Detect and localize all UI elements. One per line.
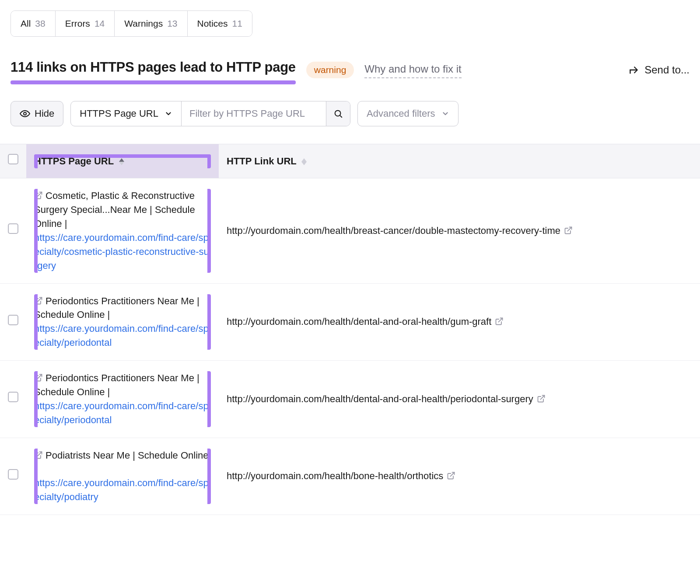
page-title: Cosmetic, Plastic & Reconstructive Surge… <box>34 190 195 229</box>
select-all-header <box>0 144 26 178</box>
highlight-border <box>207 189 211 272</box>
row-checkbox[interactable] <box>8 392 18 402</box>
external-link-icon[interactable] <box>564 225 573 236</box>
external-link-icon[interactable] <box>495 316 504 327</box>
highlight-border <box>207 294 211 350</box>
sort-icon <box>119 158 124 165</box>
send-to-label: Send to... <box>644 63 690 78</box>
https-page-cell: Periodontics Practitioners Near Me | Sch… <box>26 361 219 438</box>
svg-marker-6 <box>301 162 307 165</box>
external-link-icon[interactable] <box>537 393 546 404</box>
tab-label: All <box>21 17 31 30</box>
svg-line-7 <box>38 192 42 196</box>
search-group: HTTPS Page URL <box>70 101 350 126</box>
svg-marker-5 <box>301 158 307 162</box>
tab-errors[interactable]: Errors 14 <box>56 11 115 36</box>
https-page-cell: Periodontics Practitioners Near Me | Sch… <box>26 283 219 361</box>
highlight-border <box>34 154 38 168</box>
tab-label: Errors <box>65 17 90 30</box>
svg-line-8 <box>567 227 571 231</box>
tab-all[interactable]: All 38 <box>11 11 56 36</box>
svg-line-11 <box>38 375 42 379</box>
issue-header: 114 links on HTTPS pages lead to HTTP pa… <box>10 58 690 82</box>
search-button[interactable] <box>326 101 350 126</box>
advanced-filters-button[interactable]: Advanced filters <box>357 101 458 126</box>
svg-line-13 <box>38 452 42 456</box>
highlight-border <box>34 449 38 504</box>
svg-line-10 <box>499 318 503 322</box>
highlight-border <box>207 371 211 427</box>
page-title: Periodontics Practitioners Near Me | Sch… <box>34 296 200 320</box>
send-to-button[interactable]: Send to... <box>628 63 690 78</box>
http-url-text: http://yourdomain.com/health/dental-and-… <box>227 316 491 327</box>
hide-label: Hide <box>35 107 54 121</box>
highlight-border <box>34 371 38 427</box>
column-http-header[interactable]: HTTP Link URL <box>219 144 700 178</box>
table-row: Cosmetic, Plastic & Reconstructive Surge… <box>0 178 700 283</box>
http-link-cell: http://yourdomain.com/health/dental-and-… <box>219 283 700 361</box>
advanced-filters-label: Advanced filters <box>367 107 435 121</box>
highlight-border <box>34 294 38 350</box>
filter-tabs: All 38 Errors 14 Warnings 13 Notices 11 <box>10 10 252 37</box>
tab-label: Notices <box>197 17 228 30</box>
svg-marker-4 <box>119 162 124 165</box>
share-arrow-icon <box>628 64 639 76</box>
severity-badge: warning <box>306 62 354 78</box>
row-select-cell <box>0 178 26 283</box>
tab-count: 14 <box>94 17 105 30</box>
http-link-cell: http://yourdomain.com/health/breast-canc… <box>219 178 700 283</box>
row-checkbox[interactable] <box>8 315 18 325</box>
page-title: Periodontics Practitioners Near Me | Sch… <box>34 372 200 397</box>
page-title: Podiatrists Near Me | Schedule Online | <box>34 450 209 475</box>
why-and-how-link[interactable]: Why and how to fix it <box>364 62 461 79</box>
filter-field-select[interactable]: HTTPS Page URL <box>71 101 182 126</box>
https-url-link[interactable]: https://care.yourdomain.com/find-care/sp… <box>34 400 209 425</box>
filter-input[interactable] <box>182 101 326 126</box>
tab-count: 38 <box>35 17 45 30</box>
highlight-border <box>34 154 211 158</box>
svg-line-12 <box>540 395 544 399</box>
row-select-cell <box>0 438 26 515</box>
http-url-text: http://yourdomain.com/health/bone-health… <box>227 470 443 481</box>
hide-button[interactable]: Hide <box>10 101 63 126</box>
highlight-border <box>207 449 211 504</box>
external-link-icon[interactable] <box>447 470 455 481</box>
eye-icon <box>20 108 30 119</box>
column-label: HTTP Link URL <box>227 156 296 167</box>
highlight-border <box>34 189 38 272</box>
svg-point-0 <box>24 112 26 115</box>
search-icon <box>333 109 343 118</box>
table-row: Periodontics Practitioners Near Me | Sch… <box>0 283 700 361</box>
column-https-header[interactable]: HTTPS Page URL <box>26 144 219 178</box>
svg-marker-3 <box>119 158 124 162</box>
results-table: HTTPS Page URL HTTP Link URL Cosmetic, P… <box>0 144 700 515</box>
https-url-link[interactable]: https://care.yourdomain.com/find-care/sp… <box>34 232 209 271</box>
https-url-link[interactable]: https://care.yourdomain.com/find-care/sp… <box>34 477 209 502</box>
toolbar: Hide HTTPS Page URL Advanced filters <box>10 101 690 126</box>
chevron-down-icon <box>164 110 172 118</box>
highlight-border <box>207 154 211 168</box>
svg-line-14 <box>451 473 455 477</box>
chevron-down-icon <box>441 110 449 118</box>
tab-count: 11 <box>232 17 242 30</box>
http-link-cell: http://yourdomain.com/health/dental-and-… <box>219 361 700 438</box>
row-select-cell <box>0 361 26 438</box>
tab-warnings[interactable]: Warnings 13 <box>115 11 187 36</box>
https-url-link[interactable]: https://care.yourdomain.com/find-care/sp… <box>34 323 209 348</box>
row-checkbox[interactable] <box>8 469 18 480</box>
issue-title: 114 links on HTTPS pages lead to HTTP pa… <box>10 58 296 82</box>
tab-count: 13 <box>167 17 177 30</box>
table-row: Podiatrists Near Me | Schedule Online |h… <box>0 438 700 515</box>
table-row: Periodontics Practitioners Near Me | Sch… <box>0 361 700 438</box>
row-checkbox[interactable] <box>8 223 18 234</box>
svg-line-9 <box>38 297 42 301</box>
select-all-checkbox[interactable] <box>8 154 18 164</box>
svg-line-2 <box>340 115 342 117</box>
tab-notices[interactable]: Notices 11 <box>188 11 252 36</box>
http-url-text: http://yourdomain.com/health/dental-and-… <box>227 393 533 404</box>
filter-field-label: HTTPS Page URL <box>80 107 158 121</box>
http-url-text: http://yourdomain.com/health/breast-canc… <box>227 225 560 236</box>
https-page-cell: Cosmetic, Plastic & Reconstructive Surge… <box>26 178 219 283</box>
row-select-cell <box>0 283 26 361</box>
https-page-cell: Podiatrists Near Me | Schedule Online |h… <box>26 438 219 515</box>
